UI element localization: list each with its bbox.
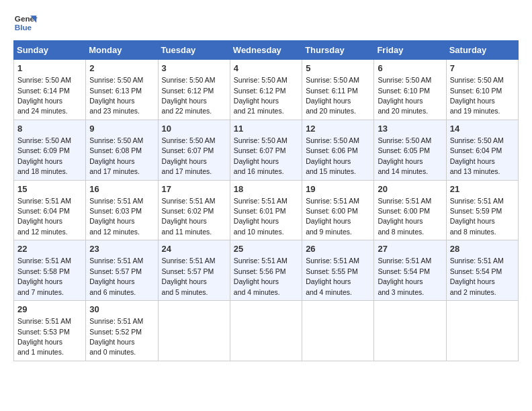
calendar-day-cell: 1 Sunrise: 5:50 AMSunset: 6:14 PMDayligh… xyxy=(14,60,86,120)
weekday-header-cell: Sunday xyxy=(14,41,86,60)
day-info: Sunrise: 5:50 AMSunset: 6:09 PMDaylight … xyxy=(17,136,71,175)
weekday-header-cell: Saturday xyxy=(446,41,518,60)
calendar-week-row: 8 Sunrise: 5:50 AMSunset: 6:09 PMDayligh… xyxy=(14,120,519,180)
weekday-header-cell: Wednesday xyxy=(230,41,302,60)
day-number: 6 xyxy=(378,62,442,75)
day-info: Sunrise: 5:51 AMSunset: 5:57 PMDaylight … xyxy=(162,257,216,295)
calendar-day-cell xyxy=(230,301,302,361)
day-number: 12 xyxy=(306,123,370,135)
calendar-day-cell xyxy=(446,301,518,361)
day-info: Sunrise: 5:50 AMSunset: 6:07 PMDaylight … xyxy=(162,136,216,175)
day-info: Sunrise: 5:51 AMSunset: 5:59 PMDaylight … xyxy=(450,197,504,236)
calendar-day-cell xyxy=(302,301,374,361)
day-number: 20 xyxy=(378,183,442,195)
calendar-day-cell: 25 Sunrise: 5:51 AMSunset: 5:56 PMDaylig… xyxy=(230,240,302,301)
day-number: 27 xyxy=(378,243,442,255)
day-info: Sunrise: 5:50 AMSunset: 6:11 PMDaylight … xyxy=(306,76,359,115)
day-info: Sunrise: 5:51 AMSunset: 5:54 PMDaylight … xyxy=(450,257,504,295)
day-number: 17 xyxy=(162,183,226,195)
day-info: Sunrise: 5:51 AMSunset: 6:04 PMDaylight … xyxy=(17,197,71,236)
day-number: 5 xyxy=(306,62,370,75)
calendar-day-cell: 4 Sunrise: 5:50 AMSunset: 6:12 PMDayligh… xyxy=(230,60,302,120)
header: General Blue xyxy=(13,11,519,35)
calendar-day-cell: 3 Sunrise: 5:50 AMSunset: 6:12 PMDayligh… xyxy=(158,60,230,120)
day-number: 18 xyxy=(234,183,298,195)
calendar-day-cell xyxy=(374,301,446,361)
calendar-day-cell: 5 Sunrise: 5:50 AMSunset: 6:11 PMDayligh… xyxy=(302,60,374,120)
day-info: Sunrise: 5:50 AMSunset: 6:04 PMDaylight … xyxy=(450,136,504,175)
calendar-day-cell: 10 Sunrise: 5:50 AMSunset: 6:07 PMDaylig… xyxy=(158,120,230,180)
day-number: 15 xyxy=(17,183,82,195)
calendar-day-cell: 7 Sunrise: 5:50 AMSunset: 6:10 PMDayligh… xyxy=(446,60,518,120)
calendar-day-cell: 17 Sunrise: 5:51 AMSunset: 6:02 PMDaylig… xyxy=(158,180,230,240)
day-number: 2 xyxy=(89,62,154,75)
day-info: Sunrise: 5:50 AMSunset: 6:12 PMDaylight … xyxy=(162,76,216,115)
day-number: 7 xyxy=(450,62,515,75)
calendar-day-cell: 6 Sunrise: 5:50 AMSunset: 6:10 PMDayligh… xyxy=(374,60,446,120)
day-info: Sunrise: 5:50 AMSunset: 6:10 PMDaylight … xyxy=(378,76,431,115)
day-info: Sunrise: 5:51 AMSunset: 6:00 PMDaylight … xyxy=(378,197,431,236)
day-info: Sunrise: 5:51 AMSunset: 6:00 PMDaylight … xyxy=(306,197,359,236)
day-number: 16 xyxy=(89,183,154,195)
logo-icon: General Blue xyxy=(13,11,38,35)
day-info: Sunrise: 5:50 AMSunset: 6:06 PMDaylight … xyxy=(306,136,359,175)
day-info: Sunrise: 5:51 AMSunset: 5:55 PMDaylight … xyxy=(306,257,359,295)
day-info: Sunrise: 5:51 AMSunset: 5:54 PMDaylight … xyxy=(378,257,431,295)
day-info: Sunrise: 5:50 AMSunset: 6:13 PMDaylight … xyxy=(89,76,143,115)
day-info: Sunrise: 5:50 AMSunset: 6:07 PMDaylight … xyxy=(234,136,287,175)
day-number: 11 xyxy=(234,123,298,135)
calendar-day-cell: 15 Sunrise: 5:51 AMSunset: 6:04 PMDaylig… xyxy=(14,180,86,240)
day-number: 28 xyxy=(450,243,515,255)
day-info: Sunrise: 5:51 AMSunset: 6:02 PMDaylight … xyxy=(162,197,216,236)
weekday-header-cell: Tuesday xyxy=(158,41,230,60)
calendar-day-cell: 29 Sunrise: 5:51 AMSunset: 5:53 PMDaylig… xyxy=(14,301,86,361)
calendar-body: 1 Sunrise: 5:50 AMSunset: 6:14 PMDayligh… xyxy=(14,60,519,361)
calendar-day-cell: 11 Sunrise: 5:50 AMSunset: 6:07 PMDaylig… xyxy=(230,120,302,180)
day-number: 4 xyxy=(234,62,298,75)
day-number: 25 xyxy=(234,243,298,255)
calendar-day-cell: 21 Sunrise: 5:51 AMSunset: 5:59 PMDaylig… xyxy=(446,180,518,240)
logo: General Blue xyxy=(13,11,40,35)
calendar-week-row: 15 Sunrise: 5:51 AMSunset: 6:04 PMDaylig… xyxy=(14,180,519,240)
calendar-week-row: 29 Sunrise: 5:51 AMSunset: 5:53 PMDaylig… xyxy=(14,301,519,361)
day-number: 10 xyxy=(162,123,226,135)
day-info: Sunrise: 5:50 AMSunset: 6:10 PMDaylight … xyxy=(450,76,504,115)
svg-text:Blue: Blue xyxy=(15,23,32,32)
calendar-day-cell: 12 Sunrise: 5:50 AMSunset: 6:06 PMDaylig… xyxy=(302,120,374,180)
weekday-header-row: SundayMondayTuesdayWednesdayThursdayFrid… xyxy=(14,41,519,60)
calendar-day-cell: 23 Sunrise: 5:51 AMSunset: 5:57 PMDaylig… xyxy=(86,240,158,301)
calendar-day-cell: 14 Sunrise: 5:50 AMSunset: 6:04 PMDaylig… xyxy=(446,120,518,180)
calendar-day-cell: 2 Sunrise: 5:50 AMSunset: 6:13 PMDayligh… xyxy=(86,60,158,120)
calendar-day-cell: 27 Sunrise: 5:51 AMSunset: 5:54 PMDaylig… xyxy=(374,240,446,301)
weekday-header-cell: Thursday xyxy=(302,41,374,60)
day-info: Sunrise: 5:51 AMSunset: 5:53 PMDaylight … xyxy=(17,317,71,356)
day-info: Sunrise: 5:51 AMSunset: 5:57 PMDaylight … xyxy=(89,257,143,295)
day-number: 3 xyxy=(162,62,226,75)
calendar-day-cell: 8 Sunrise: 5:50 AMSunset: 6:09 PMDayligh… xyxy=(14,120,86,180)
weekday-header-cell: Friday xyxy=(374,41,446,60)
calendar-day-cell: 30 Sunrise: 5:51 AMSunset: 5:52 PMDaylig… xyxy=(86,301,158,361)
day-info: Sunrise: 5:51 AMSunset: 5:58 PMDaylight … xyxy=(17,257,71,295)
day-number: 26 xyxy=(306,243,370,255)
day-number: 9 xyxy=(89,123,154,135)
weekday-header-cell: Monday xyxy=(86,41,158,60)
calendar-week-row: 1 Sunrise: 5:50 AMSunset: 6:14 PMDayligh… xyxy=(14,60,519,120)
calendar-day-cell: 9 Sunrise: 5:50 AMSunset: 6:08 PMDayligh… xyxy=(86,120,158,180)
calendar-day-cell: 19 Sunrise: 5:51 AMSunset: 6:00 PMDaylig… xyxy=(302,180,374,240)
day-number: 14 xyxy=(450,123,515,135)
day-number: 1 xyxy=(17,62,82,75)
day-info: Sunrise: 5:51 AMSunset: 5:56 PMDaylight … xyxy=(234,257,287,295)
day-info: Sunrise: 5:50 AMSunset: 6:08 PMDaylight … xyxy=(89,136,143,175)
calendar-day-cell: 28 Sunrise: 5:51 AMSunset: 5:54 PMDaylig… xyxy=(446,240,518,301)
calendar-day-cell: 13 Sunrise: 5:50 AMSunset: 6:05 PMDaylig… xyxy=(374,120,446,180)
day-info: Sunrise: 5:50 AMSunset: 6:14 PMDaylight … xyxy=(17,76,71,115)
day-number: 8 xyxy=(17,123,82,135)
day-number: 22 xyxy=(17,243,82,255)
calendar-day-cell: 22 Sunrise: 5:51 AMSunset: 5:58 PMDaylig… xyxy=(14,240,86,301)
calendar-day-cell: 16 Sunrise: 5:51 AMSunset: 6:03 PMDaylig… xyxy=(86,180,158,240)
day-number: 21 xyxy=(450,183,515,195)
calendar-week-row: 22 Sunrise: 5:51 AMSunset: 5:58 PMDaylig… xyxy=(14,240,519,301)
day-info: Sunrise: 5:50 AMSunset: 6:12 PMDaylight … xyxy=(234,76,287,115)
day-number: 24 xyxy=(162,243,226,255)
calendar-day-cell xyxy=(158,301,230,361)
